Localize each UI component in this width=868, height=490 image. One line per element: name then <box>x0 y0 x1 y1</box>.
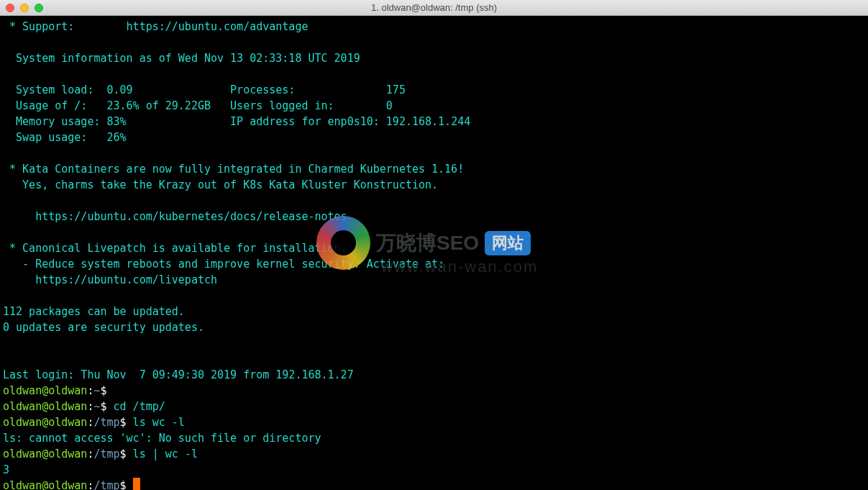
prompt-user: oldwan@oldwan <box>3 479 87 490</box>
prompt-path: /tmp <box>93 479 119 490</box>
window-title: 1. oldwan@oldwan: /tmp (ssh) <box>371 2 497 13</box>
motd-proc-value: 175 <box>386 83 406 96</box>
motd-load-label: System load: <box>3 83 107 96</box>
prompt-symbol: $ <box>120 448 127 460</box>
motd-swap-label: Swap usage: <box>3 131 107 144</box>
motd-lastlogin: Last login: Thu Nov 7 09:49:30 2019 from… <box>3 368 354 381</box>
cmd-output: 3 <box>3 463 9 476</box>
motd-usage-value: 23.6% of 29.22GB <box>107 99 211 112</box>
motd-kata-2: Yes, charms take the Krazy out of K8s Ka… <box>3 178 438 191</box>
cmd-ls-pipe-wc: ls | wc -l <box>127 448 198 460</box>
prompt-symbol: $ <box>120 416 127 429</box>
motd-sysinfo-header: System information as of Wed Nov 13 02:3… <box>3 52 360 65</box>
motd-ip-label: IP address for enp0s10: <box>230 115 386 128</box>
motd-users-label: Users logged in: <box>230 99 367 112</box>
close-button[interactable] <box>6 4 14 12</box>
prompt-path: /tmp <box>93 416 119 429</box>
motd-mem-value: 83% <box>107 115 127 128</box>
prompt-symbol: $ <box>100 384 106 397</box>
prompt-user: oldwan@oldwan <box>3 416 87 429</box>
motd-pkg-1: 112 packages can be updated. <box>3 305 185 318</box>
motd-livepatch-2: - Reduce system reboots and improve kern… <box>3 258 444 271</box>
cmd-current <box>127 479 133 490</box>
prompt-symbol: $ <box>120 479 127 490</box>
motd-livepatch-1: * Canonical Livepatch is available for i… <box>3 242 347 255</box>
window-controls <box>0 4 43 12</box>
zoom-button[interactable] <box>35 4 43 12</box>
prompt-user: oldwan@oldwan <box>3 384 87 397</box>
cmd-error: ls: cannot access 'wc': No such file or … <box>3 432 321 445</box>
motd-kata-url: https://ubuntu.com/kubernetes/docs/relea… <box>3 210 347 223</box>
cursor-icon <box>133 478 140 490</box>
terminal-window: 1. oldwan@oldwan: /tmp (ssh) * Support: … <box>0 0 868 490</box>
motd-swap-value: 26% <box>107 131 127 144</box>
prompt-symbol: $ <box>100 400 106 413</box>
motd-load-value: 0.09 <box>107 83 133 96</box>
motd-support-label: * Support: <box>3 20 127 33</box>
prompt-path: /tmp <box>93 448 119 460</box>
minimize-button[interactable] <box>20 4 29 12</box>
motd-support-url: https://ubuntu.com/advantage <box>127 20 309 33</box>
cmd-ls-wc: ls wc -l <box>127 416 185 429</box>
prompt-user: oldwan@oldwan <box>3 400 87 413</box>
cmd-empty <box>107 384 114 397</box>
motd-kata-1: * Kata Containers are now fully integrat… <box>3 163 464 176</box>
terminal-body[interactable]: * Support: https://ubuntu.com/advantage … <box>0 16 868 490</box>
titlebar: 1. oldwan@oldwan: /tmp (ssh) <box>0 0 868 16</box>
motd-pkg-2: 0 updates are security updates. <box>3 321 204 334</box>
motd-ip-value: 192.168.1.244 <box>386 115 470 128</box>
motd-proc-label: Processes: <box>230 83 367 96</box>
cmd-cd: cd /tmp/ <box>107 400 165 413</box>
motd-usage-label: Usage of /: <box>3 99 107 112</box>
motd-mem-label: Memory usage: <box>3 115 107 128</box>
motd-users-value: 0 <box>386 99 393 112</box>
prompt-user: oldwan@oldwan <box>3 448 87 460</box>
motd-livepatch-url: https://ubuntu.com/livepatch <box>3 273 217 286</box>
